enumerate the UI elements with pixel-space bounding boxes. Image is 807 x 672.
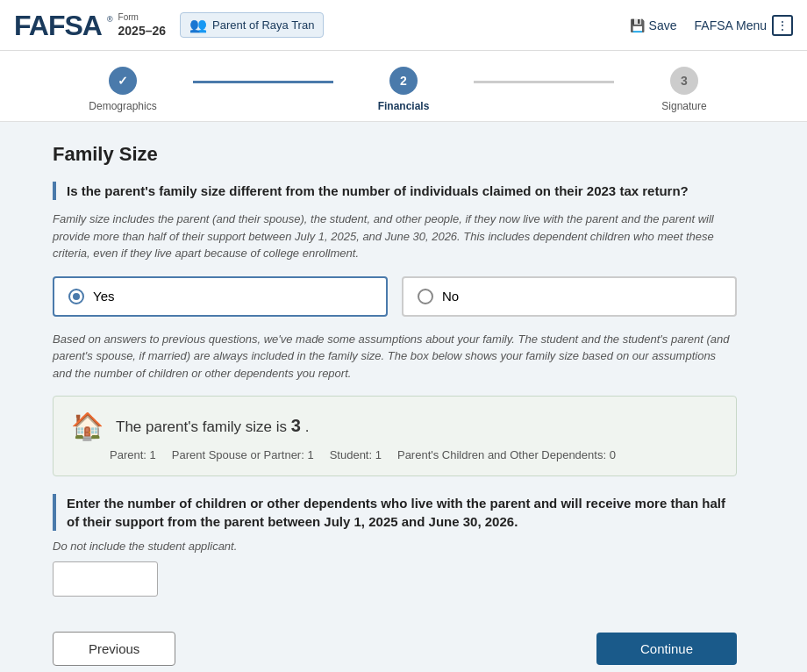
header-right: 💾 Save FAFSA Menu ⋮ <box>630 15 793 36</box>
save-icon: 💾 <box>630 18 645 32</box>
header-left: FAFSA ® Form 2025–26 👥 Parent of Raya Tr… <box>14 11 324 39</box>
step-label-demographics: Demographics <box>89 100 156 112</box>
step-line-1 <box>193 81 333 83</box>
main-content: Family Size Is the parent's family size … <box>0 122 789 672</box>
step-circle-signature: 3 <box>670 67 698 95</box>
dependents-label: Parent's Children and Other Dependents: <box>397 448 606 461</box>
family-size-label: The parent's family size is <box>116 418 287 435</box>
user-label: Parent of Raya Tran <box>212 18 314 32</box>
progress-bar: ✓ Demographics 2 Financials 3 Signature <box>0 51 807 122</box>
step-demographics: ✓ Demographics <box>53 67 193 112</box>
question2-text: Enter the number of children or other de… <box>67 494 737 531</box>
radio-no-option[interactable]: No <box>402 276 737 317</box>
previous-button[interactable]: Previous <box>53 632 175 666</box>
assumption-text: Based on answers to previous questions, … <box>53 331 737 382</box>
save-button[interactable]: 💾 Save <box>630 18 677 32</box>
fafsa-menu-button[interactable]: FAFSA Menu ⋮ <box>695 15 793 36</box>
step-financials: 2 Financials <box>333 67 474 112</box>
radio-yes-dot <box>68 289 84 304</box>
form-year-block: Form 2025–26 <box>118 11 167 39</box>
question2-note: Do not include the student applicant. <box>53 540 737 553</box>
family-size-text: The parent's family size is 3 . <box>116 416 309 436</box>
spouse-detail: Parent Spouse or Partner: 1 <box>172 448 314 461</box>
steps: ✓ Demographics 2 Financials 3 Signature <box>53 67 754 112</box>
family-details: Parent: 1 Parent Spouse or Partner: 1 St… <box>71 448 718 461</box>
parent-detail: Parent: 1 <box>110 448 156 461</box>
parent-label: Parent: <box>110 448 146 461</box>
radio-group: Yes No <box>53 276 737 317</box>
header: FAFSA ® Form 2025–26 👥 Parent of Raya Tr… <box>0 0 807 51</box>
radio-no-dot <box>418 289 433 304</box>
dependents-value: 0 <box>610 448 616 461</box>
logo-text: FAFSA <box>14 11 102 39</box>
question1-box: Is the parent's family size different fr… <box>53 182 737 200</box>
logo-sup: ® <box>107 15 113 24</box>
fafsa-logo: FAFSA ® Form 2025–26 <box>14 11 166 39</box>
student-detail: Student: 1 <box>330 448 382 461</box>
spouse-value: 1 <box>307 448 313 461</box>
family-size-card: 🏠 The parent's family size is 3 . Parent… <box>53 396 737 476</box>
continue-button[interactable]: Continue <box>596 633 737 665</box>
student-value: 1 <box>375 448 382 461</box>
family-size-header: 🏠 The parent's family size is 3 . <box>71 411 718 441</box>
form-label: Form <box>118 11 167 23</box>
house-icon: 🏠 <box>71 411 104 441</box>
radio-yes-option[interactable]: Yes <box>53 276 388 317</box>
radio-no-label: No <box>442 289 459 304</box>
form-year: 2025–26 <box>118 23 167 39</box>
parent-value: 1 <box>150 448 156 461</box>
step-circle-financials: 2 <box>389 67 418 95</box>
step-circle-demographics: ✓ <box>109 67 137 95</box>
user-icon: 👥 <box>189 17 207 33</box>
dependents-input[interactable] <box>53 561 158 597</box>
dependents-detail: Parent's Children and Other Dependents: … <box>397 448 616 461</box>
question1-description: Family size includes the parent (and the… <box>53 211 737 262</box>
user-badge: 👥 Parent of Raya Tran <box>180 12 324 38</box>
page-title: Family Size <box>53 143 737 166</box>
menu-icon: ⋮ <box>772 15 793 36</box>
family-size-number: 3 <box>291 416 301 435</box>
footer-buttons: Previous Continue <box>53 623 737 666</box>
step-label-signature: Signature <box>661 100 706 112</box>
radio-yes-label: Yes <box>93 289 114 304</box>
question2-box: Enter the number of children or other de… <box>53 494 737 531</box>
menu-label: FAFSA Menu <box>695 18 767 32</box>
student-label: Student: <box>330 448 372 461</box>
step-line-2 <box>474 81 614 83</box>
question1-text: Is the parent's family size different fr… <box>67 182 737 200</box>
family-size-period: . <box>305 418 310 435</box>
step-signature: 3 Signature <box>614 67 754 112</box>
save-label: Save <box>649 18 677 32</box>
step-label-financials: Financials <box>378 100 430 112</box>
spouse-label: Parent Spouse or Partner: <box>172 448 304 461</box>
